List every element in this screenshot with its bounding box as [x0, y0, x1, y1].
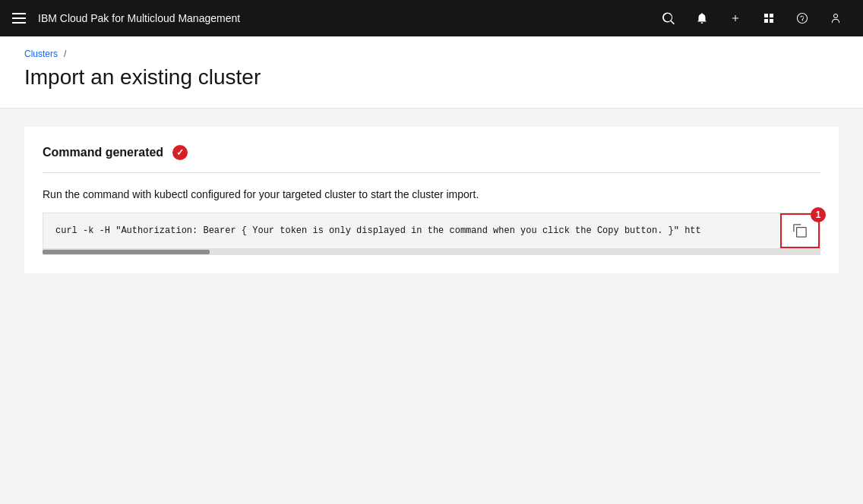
user-button[interactable]	[820, 0, 851, 36]
scroll-thumb	[43, 250, 210, 254]
breadcrumb-separator: /	[64, 49, 66, 59]
apps-icon	[763, 12, 775, 24]
add-icon	[729, 12, 741, 24]
notifications-icon	[696, 12, 708, 24]
add-button[interactable]	[720, 0, 751, 36]
page-header: Clusters / Import an existing cluster	[0, 36, 863, 109]
svg-rect-3	[770, 19, 773, 23]
user-icon	[830, 12, 842, 24]
help-icon	[796, 12, 808, 24]
hamburger-menu[interactable]	[12, 13, 26, 24]
copy-button-wrapper: 1	[780, 213, 820, 248]
page-title: Import an existing cluster	[24, 65, 839, 90]
breadcrumb-clusters-link[interactable]: Clusters	[24, 49, 58, 59]
section-card: Command generated Run the command with k…	[24, 127, 839, 273]
search-button[interactable]	[653, 0, 684, 36]
search-icon	[662, 12, 675, 24]
check-icon	[172, 145, 188, 160]
command-container: curl -k -H "Authorization: Bearer { Your…	[43, 213, 820, 249]
app-title: IBM Cloud Pak for Multicloud Management	[38, 12, 641, 24]
main-content: Command generated Run the command with k…	[0, 109, 863, 504]
breadcrumb: Clusters /	[24, 49, 839, 59]
apps-button[interactable]	[754, 0, 784, 36]
step-badge-1: 1	[811, 207, 826, 222]
top-nav: IBM Cloud Pak for Multicloud Management	[0, 0, 863, 36]
command-text: curl -k -H "Authorization: Bearer { Your…	[43, 213, 780, 248]
copy-icon	[792, 223, 808, 238]
svg-rect-1	[770, 14, 773, 17]
description-text: Run the command with kubectl configured …	[43, 188, 820, 200]
content-area: Clusters / Import an existing cluster Co…	[0, 36, 863, 504]
section-title: Command generated	[43, 146, 163, 159]
help-button[interactable]	[787, 0, 817, 36]
nav-icons	[653, 0, 851, 36]
section-header: Command generated	[43, 145, 820, 173]
svg-rect-0	[764, 14, 768, 17]
svg-rect-2	[764, 19, 768, 23]
scroll-bar[interactable]	[43, 249, 820, 255]
notifications-button[interactable]	[687, 0, 717, 36]
